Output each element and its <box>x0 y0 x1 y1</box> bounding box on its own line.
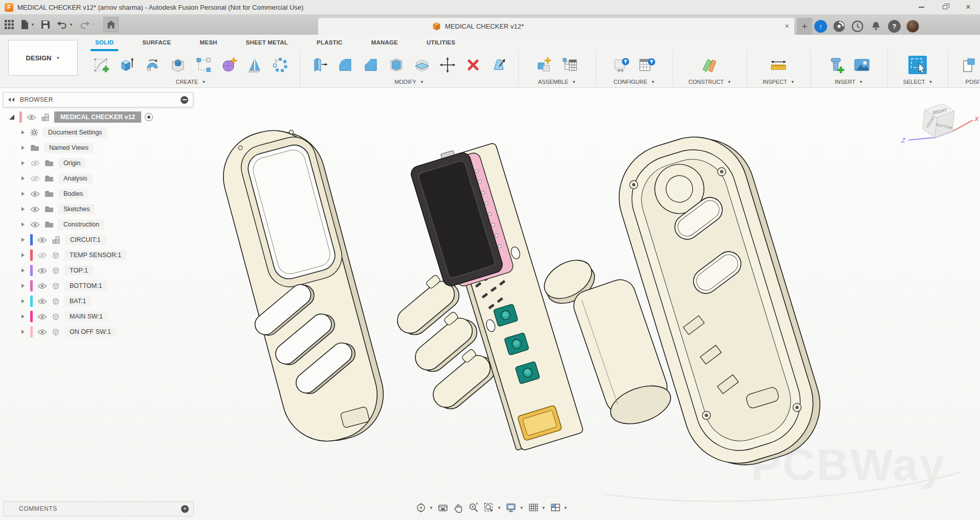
visibility-off-icon[interactable] <box>30 160 40 167</box>
document-tab[interactable]: MEDICAL CHECKER v12* × <box>318 18 794 35</box>
group-label-create[interactable]: CREATE▼ <box>176 79 206 85</box>
fillet-icon[interactable] <box>334 51 357 79</box>
browser-item-bodies[interactable]: Bodies <box>3 186 153 201</box>
expand-arrow-icon[interactable] <box>21 253 25 257</box>
visibility-on-icon[interactable] <box>37 267 47 274</box>
fit-button[interactable]: ▼ <box>483 502 501 513</box>
group-label-construct[interactable]: CONSTRUCT▼ <box>688 79 731 85</box>
browser-item-label[interactable]: BOTTOM:1 <box>64 281 107 291</box>
measure-icon[interactable] <box>767 51 790 79</box>
expand-arrow-icon[interactable] <box>21 161 25 165</box>
browser-item-circuit-1[interactable]: CIRCUIT:1 <box>3 232 153 247</box>
help-icon[interactable]: ? <box>888 20 901 33</box>
collapse-arrow-icon[interactable] <box>9 115 14 120</box>
comments-panel[interactable]: COMMENTS + <box>3 501 194 516</box>
display-settings-button[interactable]: ▼ <box>505 502 524 513</box>
browser-item-bat-1[interactable]: BAT:1 <box>3 293 153 309</box>
group-label-assemble[interactable]: ASSEMBLE▼ <box>538 79 576 85</box>
new-tab-button[interactable]: + <box>797 18 812 35</box>
expand-arrow-icon[interactable] <box>21 207 25 211</box>
group-label-inspect[interactable]: INSPECT▼ <box>763 79 795 85</box>
browser-item-bottom-1[interactable]: BOTTOM:1 <box>3 278 153 293</box>
save-button[interactable] <box>41 14 50 35</box>
browser-item-construction[interactable]: Construction <box>3 217 153 232</box>
file-menu-button[interactable]: ▼ <box>20 14 35 35</box>
expand-arrow-icon[interactable] <box>21 130 25 134</box>
ribbon-tab-mesh[interactable]: MESH <box>200 39 217 46</box>
expand-arrow-icon[interactable] <box>21 284 25 288</box>
orbit-button[interactable]: ▼ <box>415 502 433 513</box>
visibility-on-icon[interactable] <box>37 298 47 305</box>
home-view-button[interactable] <box>103 17 119 32</box>
job-status-icon[interactable]: ↑ <box>814 20 827 33</box>
undo-button[interactable]: ▼ <box>56 14 73 35</box>
recent-files-icon[interactable] <box>851 20 864 33</box>
expand-arrow-icon[interactable] <box>21 176 25 180</box>
redo-button[interactable]: ▼ <box>79 14 96 35</box>
construction-plane-icon[interactable] <box>699 51 721 79</box>
revolve-icon[interactable] <box>141 51 164 79</box>
browser-item-analysis[interactable]: Analysis <box>3 171 153 186</box>
ribbon-tab-sheet-metal[interactable]: SHEET METAL <box>246 39 288 46</box>
rectangular-pattern-icon[interactable] <box>192 51 215 79</box>
ribbon-tab-surface[interactable]: SURFACE <box>142 39 171 46</box>
minimize-browser-icon[interactable] <box>181 96 188 104</box>
avatar[interactable] <box>906 20 919 33</box>
browser-item-main-sw-1[interactable]: MAIN SW:1 <box>3 309 153 324</box>
browser-item-label[interactable]: TEMP SENSOR:1 <box>64 250 126 260</box>
visibility-off-icon[interactable] <box>30 175 40 182</box>
press-pull-icon[interactable] <box>308 51 331 79</box>
workspace-switcher[interactable]: DESIGN▼ <box>8 40 78 76</box>
browser-item-medical-checker-v12[interactable]: MEDICAL CHECKER v12 <box>3 109 153 125</box>
close-tab-icon[interactable]: × <box>785 21 789 30</box>
insert-fastener-icon[interactable] <box>825 51 848 79</box>
visibility-on-icon[interactable] <box>30 221 40 228</box>
create-form-icon[interactable] <box>218 51 240 79</box>
view-cube[interactable]: RIGHT FRONT BOTTOM X Z <box>890 91 980 154</box>
group-label-insert[interactable]: INSERT▼ <box>835 79 863 85</box>
ribbon-tab-utilities[interactable]: UTILITIES <box>427 39 455 46</box>
visibility-off-icon[interactable] <box>37 252 47 259</box>
browser-item-temp-sensor-1[interactable]: TEMP SENSOR:1 <box>3 247 153 263</box>
chamfer-icon[interactable] <box>360 51 382 79</box>
browser-item-label[interactable]: Sketches <box>58 204 95 214</box>
browser-item-label[interactable]: ON OFF SW:1 <box>64 327 116 337</box>
expand-arrow-icon[interactable] <box>21 146 25 150</box>
delete-icon[interactable] <box>462 51 484 79</box>
capture-position-icon[interactable] <box>959 51 980 79</box>
collapse-browser-icon[interactable] <box>8 98 15 102</box>
browser-item-document-settings[interactable]: Document Settings <box>3 125 153 140</box>
configuration-table-icon[interactable] <box>636 51 658 79</box>
browser-item-label[interactable]: TOP:1 <box>64 265 93 276</box>
notifications-bell-icon[interactable] <box>870 20 882 33</box>
add-comment-icon[interactable]: + <box>181 505 189 513</box>
expand-arrow-icon[interactable] <box>21 192 25 196</box>
joint-icon[interactable] <box>559 51 581 79</box>
app-grid-icon[interactable] <box>4 14 14 35</box>
visibility-on-icon[interactable] <box>37 283 47 289</box>
pan-button[interactable] <box>453 502 464 513</box>
browser-item-label[interactable]: Named Views <box>44 143 94 153</box>
extensions-icon[interactable] <box>833 20 845 33</box>
hole-icon[interactable] <box>167 51 189 79</box>
browser-item-label[interactable]: Origin <box>58 158 85 168</box>
browser-item-label[interactable]: Construction <box>58 219 104 230</box>
browser-root-label[interactable]: MEDICAL CHECKER v12 <box>54 111 141 123</box>
group-label-configure[interactable]: CONFIGURE▼ <box>614 79 655 85</box>
browser-item-label[interactable]: CIRCUIT:1 <box>65 235 106 245</box>
loft-icon[interactable] <box>243 51 266 79</box>
create-sketch-icon[interactable] <box>90 51 113 79</box>
new-component-icon[interactable] <box>533 51 555 79</box>
ribbon-tab-manage[interactable]: MANAGE <box>371 39 398 46</box>
look-at-button[interactable] <box>437 502 449 513</box>
circular-pattern-icon[interactable] <box>269 51 292 79</box>
visibility-on-icon[interactable] <box>37 313 47 320</box>
offset-face-icon[interactable] <box>487 51 510 79</box>
browser-panel-header[interactable]: BROWSER <box>3 92 193 107</box>
ribbon-tab-solid[interactable]: SOLID <box>95 39 114 46</box>
browser-item-label[interactable]: Analysis <box>58 173 93 184</box>
select-tool-icon[interactable] <box>906 51 929 79</box>
browser-item-named-views[interactable]: Named Views <box>3 140 153 155</box>
browser-item-origin[interactable]: Origin <box>3 155 153 171</box>
extrude-icon[interactable] <box>116 51 138 79</box>
